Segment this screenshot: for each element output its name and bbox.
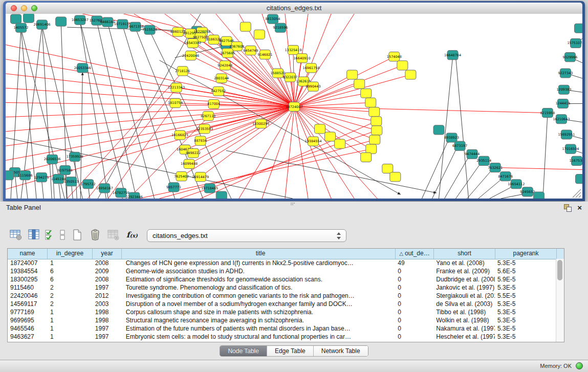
network-node[interactable] (397, 61, 408, 70)
network-node[interactable]: 9329966 (562, 53, 577, 62)
network-node[interactable]: 887834 (194, 136, 207, 145)
network-node[interactable]: 1294275 (34, 173, 49, 182)
network-node[interactable]: 1350513 (64, 177, 79, 186)
network-node[interactable]: 6466160 (100, 17, 115, 27)
network-node[interactable]: 22420046 (182, 51, 199, 60)
table-row[interactable]: 1830029562008Estimation of significance … (8, 275, 556, 283)
network-node[interactable] (335, 139, 345, 148)
network-node[interactable] (382, 164, 393, 173)
network-node[interactable]: 2718126 (175, 67, 190, 76)
network-node[interactable] (390, 172, 401, 182)
network-node[interactable]: 16210643 (553, 115, 570, 124)
network-node[interactable] (371, 117, 382, 126)
network-node[interactable] (405, 70, 416, 79)
network-node[interactable]: 6873197 (452, 141, 467, 150)
network-node[interactable] (325, 132, 336, 141)
table-row[interactable]: 2242004622012Investigating the contribut… (8, 292, 556, 300)
network-node[interactable] (369, 107, 380, 117)
network-node[interactable]: 8990443 (306, 82, 321, 91)
close-panel-icon[interactable]: × (577, 204, 582, 211)
network-node[interactable]: 9245652 (520, 187, 535, 196)
network-node[interactable]: 8471676 (498, 172, 513, 181)
network-node[interactable]: 1574048 (387, 52, 402, 61)
network-node[interactable] (216, 191, 227, 199)
zoom-window-button[interactable] (31, 5, 37, 11)
network-node[interactable] (24, 14, 34, 23)
close-window-button[interactable] (11, 5, 17, 11)
table-row[interactable]: 946362711997Embryonic stem cells: a mode… (8, 333, 556, 341)
network-node[interactable] (11, 14, 21, 24)
network-node[interactable]: 817004 (207, 99, 220, 108)
tab-edge-table[interactable]: Edge Table (267, 346, 314, 356)
canvas-resize-grip[interactable] (573, 189, 581, 198)
network-node[interactable]: 7625402 (174, 172, 189, 181)
network-node[interactable]: 8938923 (444, 133, 459, 142)
network-node[interactable]: 1167534 (570, 156, 582, 165)
network-node[interactable]: 10654112 (508, 180, 525, 189)
network-node[interactable]: 12353593 (196, 124, 213, 134)
column-header-title[interactable]: title (122, 249, 396, 259)
network-node[interactable]: 16648784 (444, 51, 461, 60)
network-node[interactable]: 1795722 (81, 180, 96, 189)
network-node[interactable] (369, 135, 380, 144)
scrollbar-thumb[interactable] (557, 260, 562, 280)
network-node[interactable]: 8427552 (211, 86, 226, 96)
network-node[interactable]: 1115686 (18, 171, 33, 180)
network-node[interactable] (254, 30, 265, 39)
column-header-in-degree[interactable]: in_degree (48, 249, 93, 259)
network-node[interactable]: 8454749 (243, 46, 258, 55)
network-node[interactable] (240, 22, 251, 31)
network-node[interactable] (315, 124, 325, 134)
table-mode-icon[interactable] (8, 227, 24, 243)
network-node[interactable]: 9474444 (465, 149, 480, 159)
network-node[interactable]: 2803144 (214, 74, 229, 83)
delete-table-icon[interactable] (105, 227, 121, 243)
column-header-pagerank[interactable]: pagerank (495, 249, 557, 259)
network-node[interactable]: 2935114 (476, 156, 491, 165)
network-node[interactable]: 1244415 (555, 99, 570, 108)
network-node[interactable]: 1209383 (556, 85, 571, 94)
deselect-all-icon[interactable] (58, 227, 67, 243)
network-node[interactable]: 19718485 (201, 184, 218, 193)
network-node[interactable]: 19166825 (171, 130, 188, 140)
table-row[interactable]: 1938455462009Genome-wide association stu… (8, 267, 556, 275)
column-header-short[interactable]: short (434, 249, 495, 259)
table-source-dropdown[interactable]: citations_edges.txt (147, 229, 346, 242)
table-row[interactable]: 1872400712008Changes of HCN gene express… (8, 259, 556, 267)
minimize-window-button[interactable] (21, 5, 27, 11)
float-panel-icon[interactable] (564, 204, 571, 211)
network-node[interactable]: 9197588 (58, 165, 73, 174)
network-node[interactable]: 1810754 (168, 98, 183, 107)
table-row[interactable]: 977716911998Corpus callosum shape and si… (8, 308, 556, 316)
new-column-icon[interactable] (70, 227, 85, 243)
network-view[interactable]: 2069140614055721065328715276026466160107… (6, 14, 582, 199)
show-columns-icon[interactable] (26, 227, 41, 243)
network-node[interactable]: 1405572 (14, 23, 29, 32)
network-node[interactable] (56, 17, 67, 26)
table-row[interactable]: 911546021997Tourette syndrome. Phenomeno… (8, 283, 556, 292)
network-node[interactable]: 7632621 (488, 163, 503, 172)
network-node[interactable]: 17016504 (562, 144, 579, 154)
network-node[interactable]: 15751074 (567, 38, 582, 48)
network-node[interactable]: 12213343 (168, 83, 185, 92)
column-header-name[interactable]: name (8, 249, 48, 259)
network-node[interactable] (354, 79, 365, 89)
network-node[interactable] (347, 70, 358, 79)
network-node[interactable] (6, 171, 14, 180)
table-row[interactable]: 946554611997Estimation of the future num… (8, 324, 556, 333)
network-node[interactable]: 9218596 (273, 23, 288, 32)
network-node[interactable] (433, 125, 444, 135)
network-node[interactable]: 20691406 (34, 20, 51, 29)
tab-node-table[interactable]: Node Table (220, 346, 267, 356)
function-builder-icon[interactable]: f(x) (123, 227, 141, 243)
network-node[interactable] (361, 152, 372, 162)
network-node[interactable]: 13325419 (285, 46, 301, 55)
network-node[interactable]: 8215958 (540, 108, 555, 118)
network-node[interactable] (372, 126, 382, 135)
table-row[interactable]: 1456911722003Disruption of a novel membe… (8, 300, 556, 308)
delete-column-icon[interactable] (88, 227, 103, 243)
network-node[interactable]: 8267110 (201, 112, 215, 121)
network-node[interactable] (366, 144, 377, 154)
network-node[interactable]: 9227343 (558, 69, 573, 78)
network-node[interactable]: 1675685 (220, 49, 235, 58)
